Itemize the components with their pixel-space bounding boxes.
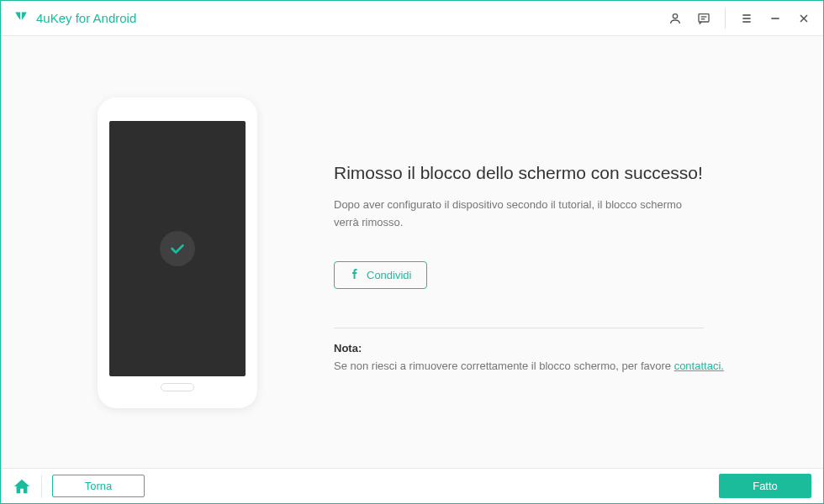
share-button-label: Condividi <box>367 269 411 281</box>
app-logo: 4uKey for Android <box>13 10 136 27</box>
footer: Torna Fatto <box>1 468 823 503</box>
back-button[interactable]: Torna <box>52 475 145 497</box>
app-logo-icon <box>13 10 29 27</box>
svg-point-0 <box>673 13 677 18</box>
phone-illustration-column <box>51 97 304 408</box>
svg-rect-1 <box>699 13 709 21</box>
phone-screen <box>109 121 246 376</box>
titlebar-controls <box>668 8 811 29</box>
menu-icon[interactable] <box>739 11 754 26</box>
app-title: 4uKey for Android <box>36 11 136 25</box>
phone-mockup <box>98 97 257 408</box>
footer-divider <box>41 475 42 498</box>
close-icon[interactable] <box>796 11 811 26</box>
success-check-icon <box>160 231 195 266</box>
feedback-icon[interactable] <box>696 11 711 26</box>
contact-link[interactable]: contattaci. <box>674 360 724 372</box>
done-button[interactable]: Fatto <box>719 474 811 498</box>
minimize-icon[interactable] <box>768 11 783 26</box>
note-label: Nota: <box>334 342 773 354</box>
info-column: Rimosso il blocco dello schermo con succ… <box>304 129 773 375</box>
share-button[interactable]: Condividi <box>334 261 427 289</box>
account-icon[interactable] <box>668 11 683 26</box>
home-icon[interactable] <box>13 477 31 496</box>
main-content: Rimosso il blocco dello schermo con succ… <box>1 36 823 469</box>
titlebar: 4uKey for Android <box>1 1 823 36</box>
facebook-icon <box>350 268 360 282</box>
titlebar-divider <box>725 8 726 29</box>
note-text: Se non riesci a rimuovere correttamente … <box>334 358 773 375</box>
success-description: Dopo aver configurato il dispositivo sec… <box>334 197 704 232</box>
phone-home-button <box>161 383 194 391</box>
success-heading: Rimosso il blocco dello schermo con succ… <box>334 163 773 183</box>
section-divider <box>334 328 704 328</box>
